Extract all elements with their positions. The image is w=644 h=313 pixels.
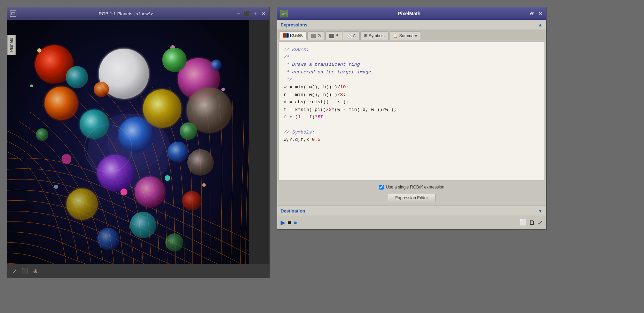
code-line-2: /* <box>284 54 540 61</box>
tab-a-label: A <box>353 33 356 38</box>
svg-rect-40 <box>282 14 284 15</box>
dest-new-window-icon[interactable]: ⬜ <box>519 219 527 226</box>
svg-point-10 <box>80 110 109 139</box>
tab-g-label: G <box>317 33 321 38</box>
g-icon <box>311 34 316 38</box>
code-line-13: w,r,d,f,k=0.5 <box>284 136 540 144</box>
svg-point-16 <box>135 177 165 207</box>
tab-symbols-label: Symbols <box>369 33 385 38</box>
code-line-blank <box>284 121 540 129</box>
right-window-title: PixelMath <box>290 11 529 16</box>
code-line-5: */ <box>284 76 540 83</box>
left-window-icon <box>10 10 16 17</box>
code-line-7: r = min( w(), h() )/3; <box>284 91 540 99</box>
right-window-controls: 🗗 ✕ <box>529 11 543 16</box>
dest-square-icon[interactable]: ■ <box>288 219 291 226</box>
svg-point-32 <box>30 85 33 87</box>
code-line-1: // RGB/K: <box>284 46 540 54</box>
expressions-title: Expressions <box>281 22 307 27</box>
tab-symbols[interactable]: ⊞ Symbols <box>360 31 388 40</box>
svg-point-25 <box>130 212 156 238</box>
left-window-controls: − ⬛ + ✕ <box>235 11 267 16</box>
code-line-12: // Symbols: <box>284 129 540 136</box>
left-maximize-btn[interactable]: ⬛ <box>244 11 250 16</box>
svg-point-13 <box>45 87 78 120</box>
tab-g[interactable]: G <box>307 31 324 40</box>
symbols-icon: ⊞ <box>364 33 367 38</box>
tool-rect[interactable]: ⬛ <box>21 268 29 274</box>
right-titlebar: PixelMath 🗗 ✕ <box>277 7 546 20</box>
left-minimize-btn[interactable]: − <box>235 11 242 16</box>
svg-point-8 <box>162 48 187 72</box>
tab-b[interactable]: B <box>325 31 342 40</box>
code-line-10: f + (1 - f)*$T <box>284 113 540 121</box>
dest-right-icons: ⬜ 🗋 ⤢ <box>519 219 543 226</box>
svg-point-29 <box>97 228 119 250</box>
left-expand-btn[interactable]: + <box>252 11 258 16</box>
svg-point-34 <box>202 183 206 187</box>
svg-point-5 <box>37 48 41 53</box>
svg-point-24 <box>66 188 98 220</box>
tab-rgbk[interactable]: RGB/K <box>279 31 307 40</box>
svg-point-36 <box>108 114 164 169</box>
code-line-4: * centered on the target image. <box>284 69 540 76</box>
single-rgbk-label: Use a single RGB/K expression <box>386 185 444 190</box>
code-line-8: d = abs( rdist() - r ); <box>284 98 540 106</box>
side-tab-planets[interactable]: Planets <box>7 35 16 55</box>
left-close-btn[interactable]: ✕ <box>260 11 267 16</box>
b-icon <box>329 34 334 38</box>
tab-bar: RGB/K G B A ⊞ Symbols 📋 Summary <box>277 30 546 40</box>
svg-point-23 <box>187 149 214 176</box>
single-rgbk-checkbox-area: Use a single RGB/K expression <box>277 182 546 192</box>
single-rgbk-checkbox[interactable] <box>379 185 384 190</box>
destination-arrow[interactable]: ▼ <box>538 208 543 214</box>
code-line-9: f = k*sin( pi()/2*(w - min( d, w ))/w ); <box>284 106 540 114</box>
destination-section: Destination ▼ ▶ ■ ● ⬜ 🗋 ⤢ <box>277 206 546 229</box>
a-icon <box>347 34 352 38</box>
code-line-3: * Draws a translucent ring <box>284 61 540 69</box>
dest-circle-icon[interactable]: ● <box>293 219 297 226</box>
dest-cursor-icon[interactable]: ▶ <box>281 219 285 226</box>
summary-icon: 📋 <box>393 33 398 38</box>
left-window-title: RGB 1:1 Planets | <*new*> <box>16 11 235 16</box>
svg-point-15 <box>167 142 188 162</box>
svg-point-33 <box>54 185 58 189</box>
destination-header: Destination ▼ <box>277 206 546 216</box>
svg-point-19 <box>94 82 109 97</box>
dest-expand-icon[interactable]: ⤢ <box>537 219 543 226</box>
expressions-arrow[interactable]: ▲ <box>538 22 543 27</box>
right-restore-btn[interactable]: 🗗 <box>529 11 535 16</box>
canvas-area <box>7 20 269 264</box>
svg-point-31 <box>221 88 225 91</box>
tab-summary-label: Summary <box>399 33 417 38</box>
code-line-6: w = min( w(), h() )/10; <box>284 83 540 91</box>
svg-rect-39 <box>282 13 286 14</box>
destination-toolbar: ▶ ■ ● ⬜ 🗋 ⤢ <box>277 216 546 229</box>
left-bottom-toolbar: ↗ ⬛ ⊕ <box>7 264 269 278</box>
pixelmath-icon <box>280 10 288 17</box>
svg-point-22 <box>62 154 71 164</box>
left-window-frame: RGB 1:1 Planets | <*new*> − ⬛ + ✕ <box>7 7 270 278</box>
tab-b-label: B <box>336 33 338 38</box>
svg-point-21 <box>36 128 48 141</box>
right-close-btn[interactable]: ✕ <box>537 11 543 16</box>
svg-point-28 <box>165 175 170 181</box>
planets-visualization <box>7 20 249 264</box>
code-editor[interactable]: // RGB/K: /* * Draws a translucent ring … <box>278 41 545 180</box>
tab-rgbk-label: RGB/K <box>290 33 303 38</box>
tool-target[interactable]: ⊕ <box>31 268 39 274</box>
rgbk-icon <box>283 33 289 38</box>
tab-summary[interactable]: 📋 Summary <box>389 31 421 40</box>
dest-save-icon[interactable]: 🗋 <box>529 219 535 226</box>
svg-point-27 <box>120 188 127 195</box>
left-titlebar: RGB 1:1 Planets | <*new*> − ⬛ + ✕ <box>7 7 269 20</box>
dest-left-icons: ▶ ■ ● <box>281 219 297 226</box>
expression-editor-btn-area: Expression Editor <box>277 192 546 206</box>
svg-point-30 <box>165 233 183 251</box>
tab-a[interactable]: A <box>343 31 360 40</box>
tool-arrow[interactable]: ↗ <box>10 268 18 274</box>
expressions-section-header: Expressions ▲ <box>277 20 546 30</box>
left-window: Planets RGB 1:1 Planets | <*new*> − ⬛ + … <box>0 0 270 313</box>
destination-title: Destination <box>281 208 305 214</box>
expression-editor-button[interactable]: Expression Editor <box>388 194 435 202</box>
